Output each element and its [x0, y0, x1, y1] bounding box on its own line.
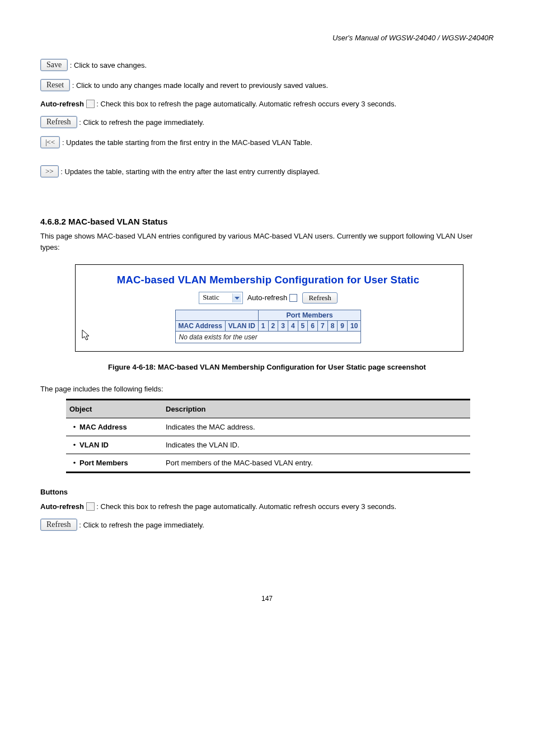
figure-title: MAC-based VLAN Membership Configuration … — [82, 274, 454, 286]
reset-button[interactable]: Reset — [40, 79, 70, 91]
vlan-table: Port Members MAC Address VLAN ID 1 2 3 4… — [175, 310, 362, 343]
chevron-down-icon — [232, 293, 241, 302]
port-col: 10 — [348, 321, 361, 332]
next-page-button[interactable]: >> — [40, 165, 59, 178]
param-desc: Indicates the VLAN ID. — [162, 436, 470, 454]
refresh-desc: : Click to refresh the page immediately. — [79, 118, 204, 127]
manual-header: User's Manual of WGSW-24040 / WGSW-24040… — [40, 34, 494, 42]
port-col: 8 — [327, 321, 338, 332]
next-page-desc: : Updates the table, starting with the e… — [60, 167, 320, 176]
param-obj: Port Members — [79, 459, 128, 467]
fig-refresh-button[interactable]: Refresh — [302, 292, 337, 304]
user-type-select[interactable]: Static — [199, 292, 243, 304]
port-col: 9 — [338, 321, 348, 332]
port-col: 7 — [317, 321, 327, 332]
save-desc: : Click to save changes. — [70, 61, 147, 69]
figure-controls: Static Auto-refresh Refresh — [82, 292, 454, 304]
autorefresh-desc: : Check this box to refresh the page aut… — [96, 100, 396, 108]
figure-caption: Figure 4-6-18: MAC-based VLAN Membership… — [40, 363, 494, 371]
save-button[interactable]: Save — [40, 59, 68, 71]
svg-marker-0 — [235, 297, 240, 300]
section-intro: This page shows MAC-based VLAN entries c… — [40, 231, 494, 253]
port-members-header: Port Members — [258, 310, 361, 321]
autorefresh-label-2: Auto-refresh — [40, 502, 84, 511]
port-col: 4 — [288, 321, 298, 332]
autorefresh-checkbox[interactable] — [86, 100, 95, 108]
param-hdr-object: Object — [66, 400, 162, 418]
param-intro: The page includes the following fields: — [40, 385, 494, 393]
no-data-row: No data exists for the user — [175, 332, 361, 343]
svg-marker-1 — [82, 330, 89, 340]
refresh-button-2[interactable]: Refresh — [40, 519, 77, 531]
port-col: 2 — [268, 321, 278, 332]
reset-desc: : Click to undo any changes made locally… — [72, 81, 328, 90]
param-obj: VLAN ID — [79, 441, 109, 449]
port-col: 6 — [308, 321, 318, 332]
param-hdr-desc: Description — [162, 400, 470, 418]
param-desc: Indicates the MAC address. — [162, 418, 470, 436]
first-page-desc: : Updates the table starting from the fi… — [62, 138, 312, 147]
cursor-icon — [81, 329, 91, 343]
port-col: 5 — [298, 321, 308, 332]
select-value: Static — [203, 293, 219, 301]
param-obj: MAC Address — [79, 423, 127, 431]
fig-autorefresh-checkbox[interactable] — [289, 294, 297, 302]
figure-screenshot: MAC-based VLAN Membership Configuration … — [75, 264, 463, 352]
buttons-heading: Buttons — [40, 488, 494, 496]
parameters-table: Object Description •MAC Address Indicate… — [66, 399, 470, 473]
autorefresh-label: Auto-refresh — [40, 100, 84, 108]
port-col: 3 — [278, 321, 288, 332]
refresh-desc-2: : Click to refresh the page immediately. — [79, 521, 204, 529]
autorefresh-checkbox-2[interactable] — [86, 502, 95, 511]
autorefresh-desc-2: : Check this box to refresh the page aut… — [96, 502, 396, 511]
section-heading: 4.6.8.2 MAC-based VLAN Status — [40, 217, 494, 226]
vlan-id-header: VLAN ID — [225, 321, 258, 332]
fig-autorefresh-label: Auto-refresh — [247, 293, 288, 302]
page-number: 147 — [0, 595, 534, 603]
first-page-button[interactable]: |<< — [40, 136, 60, 148]
mac-address-header: MAC Address — [175, 321, 225, 332]
port-col: 1 — [258, 321, 268, 332]
refresh-button[interactable]: Refresh — [40, 116, 77, 128]
param-desc: Port members of the MAC-based VLAN entry… — [162, 454, 470, 473]
